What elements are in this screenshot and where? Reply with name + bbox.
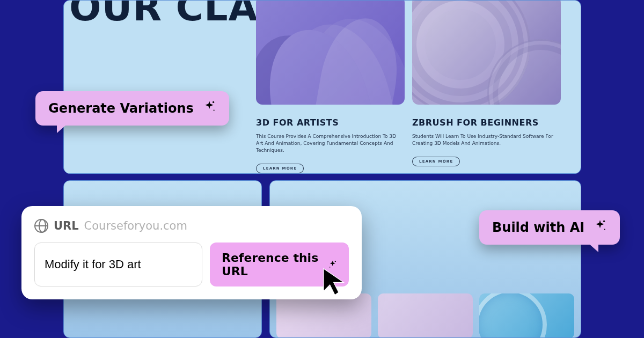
course-description: Students Will Learn To Use Industry-Stan… — [412, 133, 561, 147]
course-image — [256, 0, 405, 105]
button-label: Reference this URL — [222, 251, 323, 278]
url-reference-popup: URL Courseforyou.com Reference this URL — [21, 206, 362, 299]
sparkle-icon — [202, 100, 216, 117]
course-description: This Course Provides A Comprehensive Int… — [256, 133, 405, 154]
globe-icon — [34, 219, 48, 233]
svg-point-0 — [213, 101, 214, 103]
classes-section: OUR CLASSES 3D FOR ARTISTS This Course P… — [63, 0, 581, 174]
svg-point-4 — [334, 261, 335, 262]
course-title: ZBRUSH FOR BEGINNERS — [412, 117, 561, 128]
thumbnail[interactable] — [479, 293, 574, 338]
build-with-ai-button[interactable]: Build with AI — [479, 210, 620, 245]
pill-label: Generate Variations — [48, 101, 194, 116]
svg-point-2 — [603, 221, 605, 222]
pill-label: Build with AI — [492, 220, 584, 235]
svg-point-1 — [213, 109, 214, 111]
sparkle-icon — [593, 219, 607, 236]
cursor-icon — [320, 266, 350, 296]
url-row: URL Courseforyou.com — [34, 219, 349, 233]
learn-more-button[interactable]: LEARN MORE — [256, 164, 304, 173]
modify-prompt-input[interactable] — [34, 243, 202, 286]
course-card[interactable]: ZBRUSH FOR BEGINNERS Students Will Learn… — [412, 0, 561, 173]
thumbnail[interactable] — [378, 293, 473, 338]
generate-variations-button[interactable]: Generate Variations — [35, 91, 229, 126]
input-row: Reference this URL — [34, 243, 349, 286]
learn-more-button[interactable]: LEARN MORE — [412, 157, 460, 166]
course-image — [412, 0, 561, 105]
url-label: URL — [54, 219, 79, 232]
course-cards: 3D FOR ARTISTS This Course Provides A Co… — [256, 0, 561, 173]
thumbnail-row — [276, 293, 574, 338]
course-title: 3D FOR ARTISTS — [256, 117, 405, 128]
svg-point-3 — [604, 229, 605, 230]
course-card[interactable]: 3D FOR ARTISTS This Course Provides A Co… — [256, 0, 405, 173]
url-domain: Courseforyou.com — [84, 219, 187, 232]
thumbnail[interactable] — [276, 293, 371, 338]
